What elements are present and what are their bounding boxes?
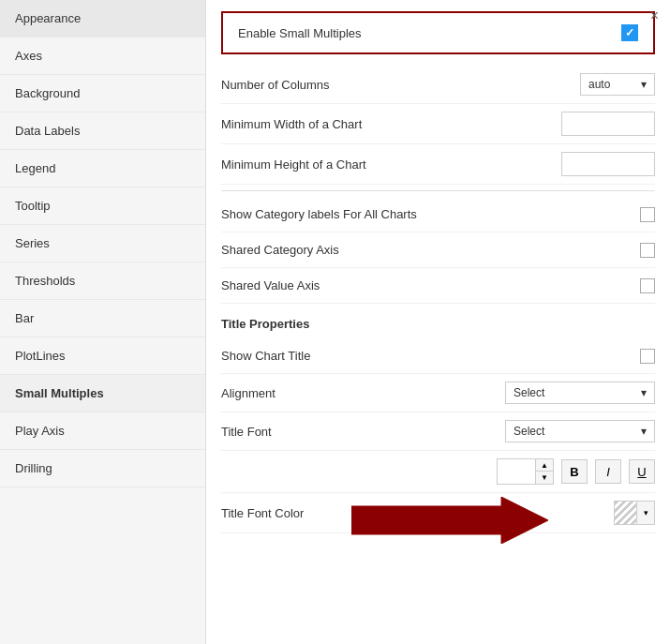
color-dropdown-button[interactable]: ▾ (637, 502, 654, 524)
minimum-width-label: Minimum Width of a Chart (221, 117, 362, 131)
show-chart-title-row: Show Chart Title (221, 338, 655, 374)
shared-category-axis-control (640, 243, 655, 258)
sidebar-item-label: Small Multiples (15, 386, 104, 400)
show-chart-title-checkbox[interactable] (640, 349, 655, 364)
sidebar-item-drilling[interactable]: Drilling (0, 450, 205, 487)
shared-category-axis-row: Shared Category Axis (221, 232, 655, 268)
italic-label: I (606, 465, 610, 479)
enable-small-multiples-label: Enable Small Multiples (238, 26, 362, 40)
sidebar-item-label: Legend (15, 161, 55, 175)
minimum-height-input[interactable] (561, 152, 655, 176)
alignment-dropdown[interactable]: Select ▾ (505, 382, 655, 404)
color-swatch (615, 502, 637, 524)
font-format-controls: ▲ ▼ B I U (497, 458, 655, 485)
chevron-down-icon: ▾ (641, 78, 647, 91)
stepper-down-button[interactable]: ▼ (536, 472, 553, 484)
title-font-value: Select (514, 425, 544, 438)
sidebar-item-label: Axes (15, 49, 42, 63)
font-format-row: ▲ ▼ B I U (221, 451, 655, 493)
number-of-columns-label: Number of Columns (221, 78, 330, 92)
show-chart-title-label: Show Chart Title (221, 349, 310, 363)
title-font-control: Select ▾ (505, 420, 655, 442)
sidebar-item-thresholds[interactable]: Thresholds (0, 262, 205, 300)
sidebar-item-label: Appearance (15, 11, 81, 25)
underline-label: U (637, 465, 646, 479)
chevron-down-icon: ▾ (641, 386, 647, 399)
alignment-value: Select (514, 386, 544, 399)
chevron-down-icon: ▾ (641, 425, 647, 438)
color-swatch-container[interactable]: ▾ (614, 501, 655, 525)
show-chart-title-control (640, 349, 655, 364)
sidebar-item-label: Bar (15, 311, 34, 325)
minimum-height-control (561, 152, 655, 176)
sidebar-item-plotlines[interactable]: PlotLines (0, 337, 205, 375)
title-font-color-label: Title Font Color (221, 506, 304, 520)
shared-value-axis-checkbox[interactable] (640, 278, 655, 293)
show-category-labels-control (640, 207, 655, 222)
number-of-columns-row: Number of Columns auto ▾ (221, 66, 655, 104)
sidebar-item-label: Series (15, 236, 50, 250)
enable-small-multiples-checkbox[interactable] (621, 24, 638, 41)
show-category-labels-label: Show Category labels For All Charts (221, 207, 417, 221)
show-category-labels-row: Show Category labels For All Charts (221, 197, 655, 232)
sidebar: Appearance Axes Background Data Labels L… (0, 0, 206, 644)
sidebar-item-small-multiples[interactable]: Small Multiples (0, 375, 205, 412)
font-size-stepper: ▲ ▼ (497, 458, 554, 485)
bold-label: B (570, 465, 578, 479)
sidebar-item-label: PlotLines (15, 349, 65, 363)
sidebar-item-tooltip[interactable]: Tooltip (0, 187, 205, 225)
italic-button[interactable]: I (595, 459, 621, 484)
stepper-buttons: ▲ ▼ (535, 459, 553, 484)
sidebar-item-data-labels[interactable]: Data Labels (0, 112, 205, 150)
sidebar-item-label: Thresholds (15, 274, 75, 288)
bold-button[interactable]: B (561, 459, 588, 484)
show-category-labels-checkbox[interactable] (640, 207, 655, 222)
alignment-control: Select ▾ (505, 382, 655, 404)
alignment-row: Alignment Select ▾ (221, 374, 655, 412)
minimum-height-row: Minimum Height of a Chart (221, 144, 655, 185)
sidebar-item-label: Play Axis (15, 424, 65, 438)
shared-value-axis-control (640, 278, 655, 293)
sidebar-item-legend[interactable]: Legend (0, 150, 205, 187)
minimum-width-input[interactable] (561, 112, 655, 136)
number-of-columns-value: auto (588, 78, 610, 91)
alignment-label: Alignment (221, 386, 275, 400)
title-settings-section: Show Chart Title Alignment Select ▾ Titl… (206, 335, 670, 537)
shared-category-axis-label: Shared Category Axis (221, 243, 339, 257)
settings-section: Number of Columns auto ▾ Minimum Width o… (206, 62, 670, 307)
divider-1 (221, 190, 655, 191)
shared-value-axis-label: Shared Value Axis (221, 278, 320, 292)
title-font-color-control: ▾ (614, 501, 655, 525)
shared-category-axis-checkbox[interactable] (640, 243, 655, 258)
main-content: × Enable Small Multiples Number of Colum… (206, 0, 670, 644)
stepper-up-button[interactable]: ▲ (536, 459, 553, 472)
title-font-row: Title Font Select ▾ (221, 412, 655, 451)
sidebar-item-bar[interactable]: Bar (0, 300, 205, 337)
title-font-label: Title Font (221, 425, 272, 439)
shared-value-axis-row: Shared Value Axis (221, 268, 655, 304)
sidebar-item-label: Drilling (15, 461, 52, 475)
sidebar-item-appearance[interactable]: Appearance (0, 0, 205, 37)
title-properties-heading: Title Properties (206, 307, 670, 335)
font-size-input[interactable] (498, 459, 535, 484)
minimum-width-row: Minimum Width of a Chart (221, 104, 655, 144)
sidebar-item-label: Tooltip (15, 199, 51, 213)
sidebar-item-background[interactable]: Background (0, 75, 205, 112)
enable-small-multiples-section: Enable Small Multiples (221, 11, 655, 54)
sidebar-item-axes[interactable]: Axes (0, 37, 205, 75)
close-button[interactable]: × (650, 7, 659, 24)
number-of-columns-dropdown[interactable]: auto ▾ (580, 73, 655, 96)
sidebar-item-play-axis[interactable]: Play Axis (0, 412, 205, 450)
minimum-width-control (561, 112, 655, 136)
number-of-columns-control: auto ▾ (580, 73, 655, 96)
title-font-color-row: Title Font Color ▾ (221, 493, 655, 533)
sidebar-item-label: Data Labels (15, 124, 80, 138)
title-font-dropdown[interactable]: Select ▾ (505, 420, 655, 442)
sidebar-item-series[interactable]: Series (0, 225, 205, 262)
minimum-height-label: Minimum Height of a Chart (221, 157, 366, 172)
sidebar-item-label: Background (15, 86, 80, 100)
underline-button[interactable]: U (629, 459, 655, 484)
